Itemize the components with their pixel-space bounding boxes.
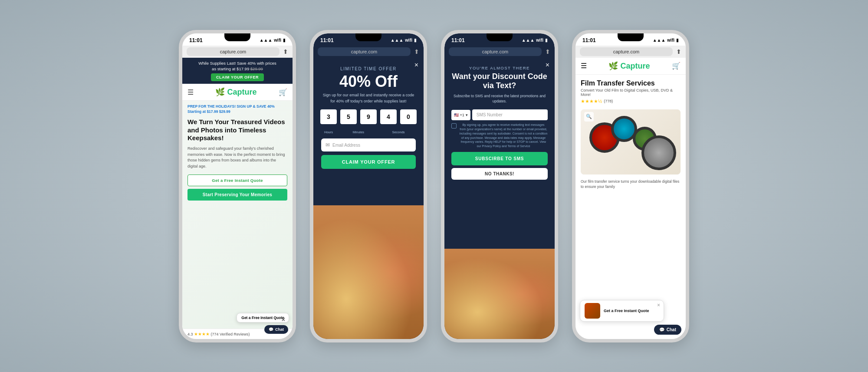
share-icon-1[interactable]: ⬆ — [283, 48, 288, 55]
minutes-label: Minutes — [340, 130, 377, 134]
phone-notch-1 — [224, 33, 250, 41]
zoom-icon[interactable]: 🔍 — [584, 112, 594, 122]
reel-gray — [641, 135, 676, 170]
signal-icon-4: ▲▲▲ — [653, 38, 666, 43]
discount-text: 40% Off — [339, 73, 398, 90]
status-time-2: 11:01 — [320, 37, 334, 43]
quote-button-1[interactable]: Get a Free Instant Quote — [187, 174, 287, 186]
wifi-icon-4: wifi — [667, 38, 674, 43]
film-stars-icon: ★★★★½ — [581, 99, 602, 104]
hamburger-icon-1[interactable]: ☰ — [187, 88, 194, 96]
film-rating-section: ★★★★½ (778) — [581, 99, 681, 104]
hours-label: Hours — [320, 130, 337, 134]
flag-us-icon: 🇺🇸 +1 — [454, 113, 464, 117]
status-time-3: 11:01 — [451, 37, 465, 43]
consent-text: By signing up, you agree to receive mark… — [451, 123, 548, 148]
toast-close-1[interactable]: × — [282, 316, 285, 323]
address-bar-1: capture.com ⬆ — [182, 46, 293, 58]
nav-bar-4: ☰ 🌿 Capture 🛒 — [575, 58, 686, 75]
phone3-main: × YOU'RE ALMOST THERE Want your Discount… — [444, 58, 555, 339]
chat-button-1[interactable]: 💬 Chat — [264, 325, 288, 334]
signal-icon-1: ▲▲▲ — [260, 38, 273, 43]
subscribe-description: Subscribe to SMS and receive the latest … — [451, 93, 548, 105]
consent-checkbox[interactable] — [451, 123, 457, 128]
url-display-1[interactable]: capture.com — [187, 47, 279, 56]
no-thanks-button[interactable]: NO THANKS! — [451, 168, 548, 180]
min-num1: 5 — [347, 114, 350, 120]
hero-section-1: PREP FOR THE HOLIDAYS! SIGN UP & SAVE 40… — [182, 101, 293, 328]
laptop-vhs-image-3 — [444, 249, 555, 339]
modal-description-2: Sign up for our email list and instantly… — [321, 92, 416, 104]
phone-notch-4 — [618, 33, 644, 41]
quote-toast-1[interactable]: Get a Free Instant Quote × — [237, 313, 289, 323]
film-image-area: 🔍 — [581, 109, 681, 174]
min-num2: 9 — [367, 114, 370, 120]
logo-4[interactable]: 🌿 Capture — [608, 61, 650, 71]
nav-bar-1: ☰ 🌿 Capture 🛒 — [182, 84, 293, 101]
country-code-select[interactable]: 🇺🇸 +1 ▾ — [451, 110, 470, 120]
quote-toast-4[interactable]: Get a Free Instant Quote × — [580, 300, 664, 322]
url-display-4[interactable]: capture.com — [580, 47, 673, 56]
phone-notch-3 — [487, 33, 513, 41]
film-title-section: Film Transfer Services Convert Your Old … — [575, 75, 686, 107]
cart-icon-4[interactable]: 🛒 — [672, 62, 681, 70]
sec-num2: 0 — [407, 114, 410, 120]
logo-c-icon: 🌿 — [215, 88, 225, 96]
bg-image-area-3 — [444, 249, 555, 339]
phone2-main: × LIMITED TIME OFFER 40% Off Sign up for… — [313, 58, 424, 339]
logo-1[interactable]: 🌿 Capture — [215, 87, 256, 97]
hours-num: 3 — [327, 114, 330, 120]
share-icon-2[interactable]: ⬆ — [414, 48, 419, 55]
status-time-1: 11:01 — [189, 37, 203, 43]
modal-close-3[interactable]: × — [546, 61, 549, 69]
stars-icon-1: ★★★★ — [194, 332, 210, 336]
film-description: Our film transfer service turns your dow… — [575, 177, 686, 192]
hours-box: 3 — [320, 109, 337, 124]
claim-offer-button-modal[interactable]: CLAIM YOUR OFFER — [321, 155, 416, 169]
film-review-count: (778) — [604, 99, 613, 103]
address-bar-2: capture.com ⬆ — [313, 46, 424, 58]
discount-code-title: Want your Discount Code via Text? — [451, 72, 548, 91]
status-icons-1: ▲▲▲ wifi ▮ — [260, 38, 286, 43]
chat-button-4[interactable]: 💬 Chat — [654, 325, 681, 335]
phone-frame-1: 11:01 ▲▲▲ wifi ▮ capture.com ⬆ While Sup… — [179, 30, 296, 342]
minutes-box1: 5 — [340, 109, 357, 124]
preserve-button-1[interactable]: Start Preserving Your Memories — [187, 189, 287, 201]
seconds-box2: 0 — [400, 109, 417, 124]
holiday-banner: PREP FOR THE HOLIDAYS! SIGN UP & SAVE 40… — [182, 101, 293, 116]
almost-there-label: YOU'RE ALMOST THERE — [469, 66, 530, 70]
email-modal: × LIMITED TIME OFFER 40% Off Sign up for… — [313, 58, 424, 176]
email-placeholder: Email Address — [332, 143, 360, 148]
url-display-3[interactable]: capture.com — [449, 47, 542, 56]
email-input-field[interactable]: ✉ Email Address — [321, 138, 416, 151]
countdown-timer: 3 5 9 4 0 — [320, 109, 417, 124]
signal-icon-2: ▲▲▲ — [391, 38, 404, 43]
film-reels-background — [581, 109, 681, 174]
limited-offer-label: LIMITED TIME OFFER — [340, 66, 397, 71]
cart-icon-1[interactable]: 🛒 — [279, 88, 287, 96]
chat-icon-4: 💬 — [659, 327, 664, 332]
status-time-4: 11:01 — [582, 37, 596, 43]
modal-close-2[interactable]: × — [414, 61, 418, 69]
film-page-title: Film Transfer Services — [581, 79, 681, 87]
phone-frame-3: 11:01 ▲▲▲ wifi ▮ capture.com ⬆ × YOU'RE … — [441, 30, 558, 342]
share-icon-3[interactable]: ⬆ — [545, 48, 550, 55]
holiday-text: PREP FOR THE HOLIDAYS! SIGN UP & SAVE 40… — [187, 104, 287, 115]
battery-icon-2: ▮ — [414, 38, 417, 43]
phone-frame-2: 11:01 ▲▲▲ wifi ▮ capture.com ⬆ × LIMITED… — [310, 30, 427, 342]
wifi-icon-3: wifi — [536, 38, 543, 43]
sms-input-row: 🇺🇸 +1 ▾ SMS Number — [451, 109, 548, 120]
minutes-box2: 9 — [360, 109, 377, 124]
rating-value-1: 4.3 — [187, 332, 193, 336]
claim-offer-button-top[interactable]: CLAIM YOUR OFFER — [211, 73, 264, 81]
hamburger-icon-4[interactable]: ☰ — [581, 62, 587, 70]
toast-close-4[interactable]: × — [657, 302, 660, 308]
address-bar-4: capture.com ⬆ — [575, 46, 686, 58]
share-icon-4[interactable]: ⬆ — [676, 48, 681, 55]
seconds-label: Seconds — [380, 130, 417, 134]
status-icons-2: ▲▲▲ wifi ▮ — [391, 38, 417, 43]
sms-number-input[interactable]: SMS Number — [472, 109, 548, 120]
url-display-2[interactable]: capture.com — [318, 47, 411, 56]
signal-icon-3: ▲▲▲ — [522, 38, 535, 43]
subscribe-sms-button[interactable]: SUBSCIRBE TO SMS — [451, 152, 548, 165]
